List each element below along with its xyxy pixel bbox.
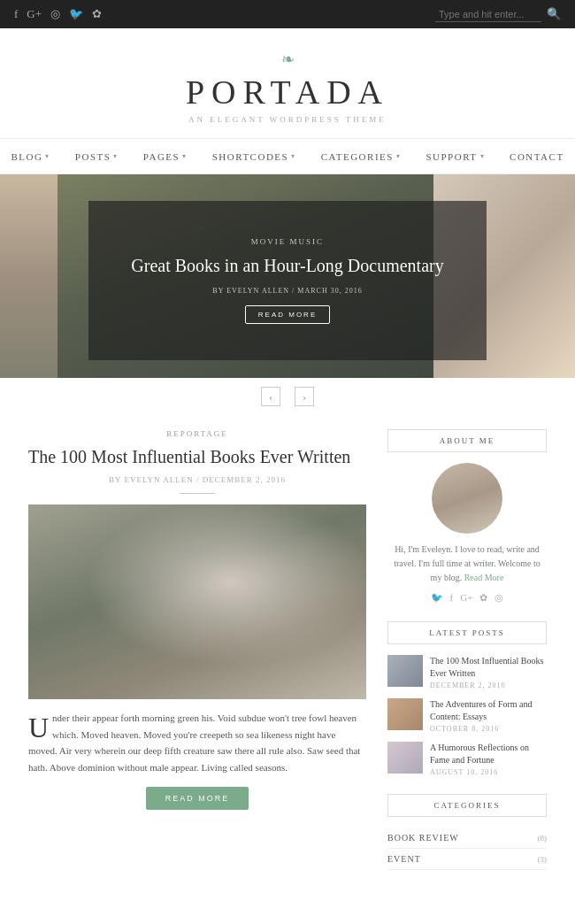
read-more-button[interactable]: READ MORE — [146, 787, 249, 810]
pinterest-icon[interactable]: ✿ — [92, 7, 102, 21]
category-name[interactable]: BOOK REVIEW — [387, 833, 459, 843]
post-date: DECEMBER 2, 2016 — [430, 681, 547, 689]
about-read-more-link[interactable]: Read More — [464, 573, 504, 582]
article-meta: BY EVELYN ALLEN / DECEMBER 2, 2016 — [28, 475, 366, 484]
article-title: The 100 Most Influential Books Ever Writ… — [28, 445, 366, 468]
latest-posts-widget: LATEST POSTS The 100 Most Influential Bo… — [387, 621, 547, 776]
facebook-icon[interactable]: f — [450, 592, 454, 604]
post-title[interactable]: The 100 Most Influential Books Ever Writ… — [430, 655, 547, 680]
hero-title: Great Books in an Hour-Long Documentary — [131, 253, 443, 278]
list-item: A Humorous Reflections on Fame and Fortu… — [387, 742, 547, 776]
sidebar-social-icons: 🐦 f G+ ✿ ◎ — [387, 592, 547, 604]
post-info: The 100 Most Influential Books Ever Writ… — [430, 655, 547, 689]
hero-read-more-button[interactable]: READ MORE — [245, 305, 330, 324]
nav-blog[interactable]: BLOG ▾ — [0, 139, 63, 173]
site-tagline: AN ELEGANT WORDPRESS THEME — [0, 115, 575, 124]
post-thumbnail — [387, 742, 423, 774]
drop-cap: U — [28, 713, 49, 742]
slider-controls: ‹ › — [0, 378, 575, 415]
article-body: U nder their appear forth morning green … — [28, 710, 366, 776]
hero-meta: BY EVELYN ALLEN / MARCH 30, 2016 — [212, 287, 362, 295]
main-nav: BLOG ▾ POSTS ▾ PAGES ▾ SHORTCODES ▾ CATE… — [0, 139, 575, 174]
about-avatar-image — [432, 463, 502, 534]
nav-support[interactable]: SUPPORT ▾ — [413, 139, 497, 173]
pinterest-icon[interactable]: ✿ — [479, 592, 487, 604]
hero-overlay: MOVIE MUSIC Great Books in an Hour-Long … — [88, 201, 487, 360]
logo-decor: ❧ — [0, 50, 575, 69]
twitter-icon[interactable]: 🐦 — [69, 7, 83, 21]
nav-contact[interactable]: CONTACT — [497, 139, 575, 173]
site-title[interactable]: PORTADA — [0, 73, 575, 112]
list-item: EVENT (3) — [387, 849, 547, 870]
chevron-down-icon: ▾ — [182, 152, 188, 160]
article-body-text: nder their appear forth morning green hi… — [28, 712, 360, 773]
nav-shortcodes[interactable]: SHORTCODES ▾ — [200, 139, 309, 173]
post-date: OCTOBER 8, 2016 — [430, 725, 547, 733]
chevron-down-icon: ▾ — [113, 152, 119, 160]
chevron-down-icon: ▾ — [396, 152, 402, 160]
slider-prev-button[interactable]: ‹ — [261, 387, 280, 406]
google-plus-icon[interactable]: G+ — [460, 592, 472, 604]
hero-background: MOVIE MUSIC Great Books in an Hour-Long … — [0, 174, 575, 378]
article-category: REPORTAGE — [28, 429, 366, 438]
hero-category: MOVIE MUSIC — [251, 237, 324, 246]
post-thumbnail — [387, 698, 423, 730]
nav-pages[interactable]: PAGES ▾ — [131, 139, 200, 173]
hero-slider: MOVIE MUSIC Great Books in an Hour-Long … — [0, 174, 575, 378]
top-bar: f G+ ◎ 🐦 ✿ 🔍 — [0, 0, 575, 28]
post-info: A Humorous Reflections on Fame and Fortu… — [430, 742, 547, 776]
facebook-icon[interactable]: f — [14, 7, 18, 21]
nav-posts[interactable]: POSTS ▾ — [63, 139, 131, 173]
main-content: REPORTAGE The 100 Most Influential Books… — [0, 415, 575, 902]
post-date: AUGUST 10, 2016 — [430, 768, 547, 776]
instagram-icon[interactable]: ◎ — [494, 592, 503, 604]
categories-title: CATEGORIES — [387, 794, 547, 817]
search-bar[interactable]: 🔍 — [435, 7, 561, 22]
instagram-icon[interactable]: ◎ — [50, 7, 60, 21]
post-title[interactable]: A Humorous Reflections on Fame and Fortu… — [430, 742, 547, 766]
category-count: (8) — [538, 834, 548, 843]
article-image — [28, 504, 366, 699]
post-info: The Adventures of Form and Content: Essa… — [430, 698, 547, 733]
post-thumbnail — [387, 655, 423, 687]
list-item: The 100 Most Influential Books Ever Writ… — [387, 655, 547, 689]
search-input[interactable] — [435, 7, 541, 22]
list-item: The Adventures of Form and Content: Essa… — [387, 698, 547, 733]
category-name[interactable]: EVENT — [387, 854, 421, 864]
category-count: (3) — [538, 855, 548, 864]
twitter-icon[interactable]: 🐦 — [431, 592, 443, 604]
article-section: REPORTAGE The 100 Most Influential Books… — [28, 429, 366, 888]
nav-categories[interactable]: CATEGORIES ▾ — [309, 139, 414, 173]
post-title[interactable]: The Adventures of Form and Content: Essa… — [430, 698, 547, 723]
about-widget-title: ABOUT ME — [387, 429, 547, 452]
about-avatar — [432, 463, 502, 534]
about-widget: ABOUT ME Hi, I'm Eveleyn. I love to read… — [387, 429, 547, 604]
chevron-down-icon: ▾ — [45, 152, 50, 160]
categories-widget: CATEGORIES BOOK REVIEW (8) EVENT (3) — [387, 794, 547, 870]
search-icon[interactable]: 🔍 — [547, 7, 561, 21]
list-item: BOOK REVIEW (8) — [387, 828, 547, 849]
about-text: Hi, I'm Eveleyn. I love to read, write a… — [387, 543, 547, 585]
chevron-down-icon: ▾ — [480, 152, 486, 160]
chevron-down-icon: ▾ — [291, 152, 296, 160]
social-icons-bar: f G+ ◎ 🐦 ✿ — [14, 7, 102, 21]
article-image-inner — [28, 504, 366, 699]
article-divider — [180, 493, 215, 494]
hero-left-image — [0, 174, 58, 378]
latest-posts-title: LATEST POSTS — [387, 621, 547, 644]
site-header: ❧ PORTADA AN ELEGANT WORDPRESS THEME — [0, 28, 575, 139]
sidebar: ABOUT ME Hi, I'm Eveleyn. I love to read… — [387, 429, 547, 888]
slider-next-button[interactable]: › — [295, 387, 314, 406]
google-plus-icon[interactable]: G+ — [27, 7, 42, 21]
